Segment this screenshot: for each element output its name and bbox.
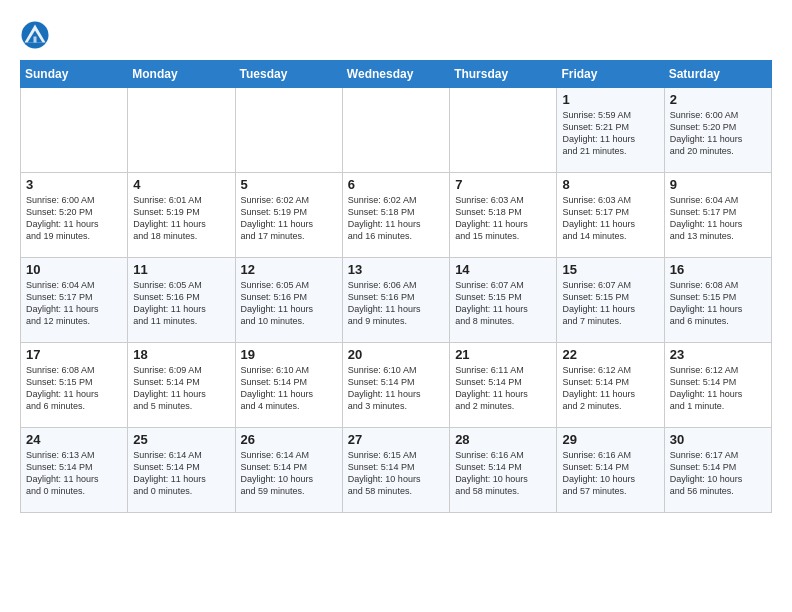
- calendar-cell: 13Sunrise: 6:06 AM Sunset: 5:16 PM Dayli…: [342, 258, 449, 343]
- day-info: Sunrise: 6:10 AM Sunset: 5:14 PM Dayligh…: [348, 364, 444, 413]
- calendar-week-3: 10Sunrise: 6:04 AM Sunset: 5:17 PM Dayli…: [21, 258, 772, 343]
- day-number: 22: [562, 347, 658, 362]
- day-info: Sunrise: 6:14 AM Sunset: 5:14 PM Dayligh…: [133, 449, 229, 498]
- day-number: 28: [455, 432, 551, 447]
- calendar-cell: 26Sunrise: 6:14 AM Sunset: 5:14 PM Dayli…: [235, 428, 342, 513]
- day-info: Sunrise: 6:16 AM Sunset: 5:14 PM Dayligh…: [455, 449, 551, 498]
- day-number: 3: [26, 177, 122, 192]
- calendar-week-5: 24Sunrise: 6:13 AM Sunset: 5:14 PM Dayli…: [21, 428, 772, 513]
- calendar-table: SundayMondayTuesdayWednesdayThursdayFrid…: [20, 60, 772, 513]
- logo-icon: [20, 20, 50, 50]
- calendar-cell: 18Sunrise: 6:09 AM Sunset: 5:14 PM Dayli…: [128, 343, 235, 428]
- calendar-cell: 28Sunrise: 6:16 AM Sunset: 5:14 PM Dayli…: [450, 428, 557, 513]
- day-info: Sunrise: 6:02 AM Sunset: 5:18 PM Dayligh…: [348, 194, 444, 243]
- day-info: Sunrise: 6:08 AM Sunset: 5:15 PM Dayligh…: [670, 279, 766, 328]
- calendar-cell: 9Sunrise: 6:04 AM Sunset: 5:17 PM Daylig…: [664, 173, 771, 258]
- day-info: Sunrise: 6:03 AM Sunset: 5:18 PM Dayligh…: [455, 194, 551, 243]
- calendar-cell: 19Sunrise: 6:10 AM Sunset: 5:14 PM Dayli…: [235, 343, 342, 428]
- day-info: Sunrise: 6:04 AM Sunset: 5:17 PM Dayligh…: [26, 279, 122, 328]
- day-header-friday: Friday: [557, 61, 664, 88]
- calendar-cell: [450, 88, 557, 173]
- day-info: Sunrise: 6:16 AM Sunset: 5:14 PM Dayligh…: [562, 449, 658, 498]
- day-info: Sunrise: 6:15 AM Sunset: 5:14 PM Dayligh…: [348, 449, 444, 498]
- day-number: 9: [670, 177, 766, 192]
- calendar-cell: 20Sunrise: 6:10 AM Sunset: 5:14 PM Dayli…: [342, 343, 449, 428]
- svg-rect-3: [34, 37, 37, 43]
- logo: [20, 20, 54, 50]
- day-header-thursday: Thursday: [450, 61, 557, 88]
- calendar-week-4: 17Sunrise: 6:08 AM Sunset: 5:15 PM Dayli…: [21, 343, 772, 428]
- calendar-header-row: SundayMondayTuesdayWednesdayThursdayFrid…: [21, 61, 772, 88]
- day-number: 4: [133, 177, 229, 192]
- page-header: [20, 20, 772, 50]
- day-info: Sunrise: 6:07 AM Sunset: 5:15 PM Dayligh…: [562, 279, 658, 328]
- calendar-cell: 16Sunrise: 6:08 AM Sunset: 5:15 PM Dayli…: [664, 258, 771, 343]
- day-number: 30: [670, 432, 766, 447]
- calendar-cell: 5Sunrise: 6:02 AM Sunset: 5:19 PM Daylig…: [235, 173, 342, 258]
- day-number: 12: [241, 262, 337, 277]
- day-header-saturday: Saturday: [664, 61, 771, 88]
- day-info: Sunrise: 6:17 AM Sunset: 5:14 PM Dayligh…: [670, 449, 766, 498]
- day-number: 7: [455, 177, 551, 192]
- calendar-cell: 6Sunrise: 6:02 AM Sunset: 5:18 PM Daylig…: [342, 173, 449, 258]
- day-number: 6: [348, 177, 444, 192]
- calendar-cell: 8Sunrise: 6:03 AM Sunset: 5:17 PM Daylig…: [557, 173, 664, 258]
- day-number: 13: [348, 262, 444, 277]
- day-number: 21: [455, 347, 551, 362]
- day-info: Sunrise: 6:01 AM Sunset: 5:19 PM Dayligh…: [133, 194, 229, 243]
- day-number: 8: [562, 177, 658, 192]
- day-info: Sunrise: 6:02 AM Sunset: 5:19 PM Dayligh…: [241, 194, 337, 243]
- day-info: Sunrise: 6:00 AM Sunset: 5:20 PM Dayligh…: [670, 109, 766, 158]
- day-header-wednesday: Wednesday: [342, 61, 449, 88]
- calendar-cell: 27Sunrise: 6:15 AM Sunset: 5:14 PM Dayli…: [342, 428, 449, 513]
- day-info: Sunrise: 6:05 AM Sunset: 5:16 PM Dayligh…: [241, 279, 337, 328]
- day-info: Sunrise: 6:14 AM Sunset: 5:14 PM Dayligh…: [241, 449, 337, 498]
- day-info: Sunrise: 6:00 AM Sunset: 5:20 PM Dayligh…: [26, 194, 122, 243]
- day-number: 24: [26, 432, 122, 447]
- day-info: Sunrise: 6:03 AM Sunset: 5:17 PM Dayligh…: [562, 194, 658, 243]
- day-header-monday: Monday: [128, 61, 235, 88]
- calendar-cell: 22Sunrise: 6:12 AM Sunset: 5:14 PM Dayli…: [557, 343, 664, 428]
- day-info: Sunrise: 6:12 AM Sunset: 5:14 PM Dayligh…: [670, 364, 766, 413]
- day-info: Sunrise: 6:09 AM Sunset: 5:14 PM Dayligh…: [133, 364, 229, 413]
- calendar-week-2: 3Sunrise: 6:00 AM Sunset: 5:20 PM Daylig…: [21, 173, 772, 258]
- day-number: 18: [133, 347, 229, 362]
- calendar-cell: [128, 88, 235, 173]
- day-info: Sunrise: 5:59 AM Sunset: 5:21 PM Dayligh…: [562, 109, 658, 158]
- calendar-cell: [342, 88, 449, 173]
- calendar-cell: 10Sunrise: 6:04 AM Sunset: 5:17 PM Dayli…: [21, 258, 128, 343]
- day-number: 10: [26, 262, 122, 277]
- day-info: Sunrise: 6:04 AM Sunset: 5:17 PM Dayligh…: [670, 194, 766, 243]
- day-header-sunday: Sunday: [21, 61, 128, 88]
- calendar-cell: 1Sunrise: 5:59 AM Sunset: 5:21 PM Daylig…: [557, 88, 664, 173]
- day-number: 23: [670, 347, 766, 362]
- calendar-cell: 29Sunrise: 6:16 AM Sunset: 5:14 PM Dayli…: [557, 428, 664, 513]
- day-info: Sunrise: 6:07 AM Sunset: 5:15 PM Dayligh…: [455, 279, 551, 328]
- calendar-cell: 11Sunrise: 6:05 AM Sunset: 5:16 PM Dayli…: [128, 258, 235, 343]
- calendar-cell: 4Sunrise: 6:01 AM Sunset: 5:19 PM Daylig…: [128, 173, 235, 258]
- calendar-cell: 23Sunrise: 6:12 AM Sunset: 5:14 PM Dayli…: [664, 343, 771, 428]
- calendar-cell: 2Sunrise: 6:00 AM Sunset: 5:20 PM Daylig…: [664, 88, 771, 173]
- day-number: 2: [670, 92, 766, 107]
- calendar-cell: 25Sunrise: 6:14 AM Sunset: 5:14 PM Dayli…: [128, 428, 235, 513]
- day-number: 5: [241, 177, 337, 192]
- calendar-cell: 3Sunrise: 6:00 AM Sunset: 5:20 PM Daylig…: [21, 173, 128, 258]
- day-info: Sunrise: 6:06 AM Sunset: 5:16 PM Dayligh…: [348, 279, 444, 328]
- calendar-cell: 24Sunrise: 6:13 AM Sunset: 5:14 PM Dayli…: [21, 428, 128, 513]
- calendar-cell: 21Sunrise: 6:11 AM Sunset: 5:14 PM Dayli…: [450, 343, 557, 428]
- calendar-cell: 14Sunrise: 6:07 AM Sunset: 5:15 PM Dayli…: [450, 258, 557, 343]
- calendar-cell: 17Sunrise: 6:08 AM Sunset: 5:15 PM Dayli…: [21, 343, 128, 428]
- calendar-cell: [235, 88, 342, 173]
- day-number: 29: [562, 432, 658, 447]
- day-info: Sunrise: 6:12 AM Sunset: 5:14 PM Dayligh…: [562, 364, 658, 413]
- day-number: 14: [455, 262, 551, 277]
- day-number: 19: [241, 347, 337, 362]
- day-info: Sunrise: 6:05 AM Sunset: 5:16 PM Dayligh…: [133, 279, 229, 328]
- day-number: 27: [348, 432, 444, 447]
- day-number: 16: [670, 262, 766, 277]
- day-number: 1: [562, 92, 658, 107]
- calendar-cell: 15Sunrise: 6:07 AM Sunset: 5:15 PM Dayli…: [557, 258, 664, 343]
- day-number: 11: [133, 262, 229, 277]
- day-number: 25: [133, 432, 229, 447]
- day-number: 20: [348, 347, 444, 362]
